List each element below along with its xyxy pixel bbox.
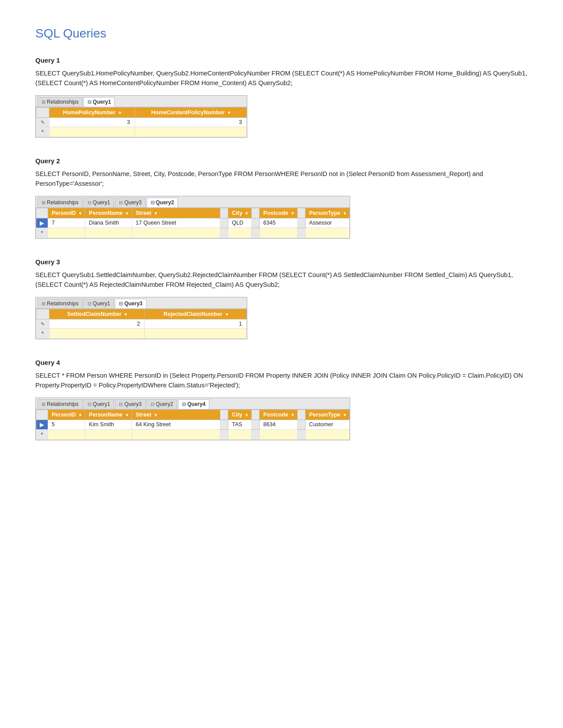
tab-query2-q4[interactable]: ⊟ Query2 xyxy=(147,399,177,409)
query4-grid: PersonID ▾ PersonName ▾ Street ▾ City ▾ … xyxy=(36,409,350,440)
cell-city-q4: TAS xyxy=(228,420,252,429)
tab-query1-q4[interactable]: ⊟ Query1 xyxy=(83,399,114,409)
tab-rel-label-q2: Relationships xyxy=(47,199,79,206)
cell-personname-q2: Diana Smith xyxy=(85,218,132,228)
query4-table: PersonID ▾ PersonName ▾ Street ▾ City ▾ … xyxy=(36,409,350,440)
tab-rel-label-q3: Relationships xyxy=(47,300,79,307)
table-row: ✎ 3 3 xyxy=(36,117,247,127)
col-personid-q4: PersonID ▾ xyxy=(48,409,85,420)
tab-q3-label-q2: Query3 xyxy=(124,199,141,206)
new-cell-q4-3[interactable] xyxy=(132,429,220,439)
query3-sql: SELECT QuerySub1.SettledClaimNumber, Que… xyxy=(35,270,528,290)
new-cell-q4-2[interactable] xyxy=(85,429,132,439)
query-icon-q1: ⊟ xyxy=(87,99,91,105)
query3-title: Query 3 xyxy=(35,258,528,266)
new-row-star-q3: * xyxy=(36,328,49,338)
table-row: ▶ 5 Kim Smith 64 King Street TAS 8634 Cu… xyxy=(36,420,350,429)
query4-widget: ⊞ Relationships ⊟ Query1 ⊟ Query3 ⊟ Quer… xyxy=(35,398,350,440)
page-title: SQL Queries xyxy=(35,26,528,41)
col-personname-q4: PersonName ▾ xyxy=(85,409,132,420)
tab-query3-q4[interactable]: ⊟ Query3 xyxy=(115,399,145,409)
relationships-icon-q3: ⊞ xyxy=(42,301,45,307)
tab-query1-q2[interactable]: ⊟ Query1 xyxy=(83,198,114,207)
new-row-star-q2: * xyxy=(36,228,48,238)
tab-query4-q4[interactable]: ⊟ Query4 xyxy=(178,399,209,409)
col-city-q2: City ▾ xyxy=(228,208,252,218)
new-cell-q3-2[interactable] xyxy=(145,328,247,338)
query4-tabbar: ⊞ Relationships ⊟ Query1 ⊟ Query3 ⊟ Quer… xyxy=(36,398,350,409)
tab-query3-q2[interactable]: ⊟ Query3 xyxy=(115,198,145,207)
query4-title: Query 4 xyxy=(35,359,528,366)
query2-table: PersonID ▾ PersonName ▾ Street ▾ City ▾ … xyxy=(36,208,350,238)
col-postcode-q2: Postcode ▾ xyxy=(260,208,298,218)
new-cell-q4-6[interactable] xyxy=(306,429,350,439)
table-new-row-q4: * xyxy=(36,429,350,439)
cell-home-policy: 3 xyxy=(49,117,135,127)
table-new-row-q2: * xyxy=(36,228,350,238)
query1-widget: ⊞ Relationships ⊟ Query1 HomePolicyNumbe… xyxy=(35,95,247,138)
new-row-star: * xyxy=(36,127,49,137)
tab-q2-label-q2: Query2 xyxy=(156,199,174,206)
query1-title: Query 1 xyxy=(35,56,528,64)
tab-query1-q3[interactable]: ⊟ Query1 xyxy=(83,299,114,308)
col-street-q4: Street ▾ xyxy=(132,409,220,420)
query2-grid: PersonID ▾ PersonName ▾ Street ▾ City ▾ … xyxy=(36,208,350,238)
new-cell-1[interactable] xyxy=(49,127,135,137)
tab-query1-label-q1: Query1 xyxy=(93,99,111,105)
query-icon-q3a: ⊟ xyxy=(87,301,91,307)
relationships-icon-q2: ⊞ xyxy=(42,200,45,206)
query3-section: Query 3 SELECT QuerySub1.SettledClaimNum… xyxy=(35,258,528,343)
new-cell-q4-4[interactable] xyxy=(228,429,252,439)
query-icon-q3b: ⊟ xyxy=(119,301,123,307)
query4-sql: SELECT * FROM Person WHERE PersonID in (… xyxy=(35,371,528,390)
new-cell-q2-2[interactable] xyxy=(85,228,132,238)
table-row: ▶ 7 Diana Smith 17 Queen Street QLD 6345… xyxy=(36,218,350,228)
row-selector-q2: ▶ xyxy=(36,218,48,228)
query-icon-q2a: ⊟ xyxy=(87,200,91,206)
tab-query1-q1[interactable]: ⊟ Query1 xyxy=(83,97,115,107)
col-city-q4: City ▾ xyxy=(228,409,252,420)
new-cell-q2-1[interactable] xyxy=(48,228,85,238)
new-cell-q2-6[interactable] xyxy=(306,228,350,238)
tab-rel-label-q4: Relationships xyxy=(47,401,79,407)
query1-table: HomePolicyNumber ▾ HomeContentPolicyNumb… xyxy=(36,107,247,137)
tab-query2-q2[interactable]: ⊟ Query2 xyxy=(147,198,178,207)
new-cell-2[interactable] xyxy=(135,127,247,137)
query4-section: Query 4 SELECT * FROM Person WHERE Perso… xyxy=(35,359,528,444)
tab-query3-q3[interactable]: ⊟ Query3 xyxy=(115,299,146,308)
query2-section: Query 2 SELECT PersonID, PersonName, Str… xyxy=(35,157,528,242)
col-rejected-q3: RejectedClaimNumber ▾ xyxy=(145,309,247,319)
col-persontype-q2: PersonType ▾ xyxy=(306,208,350,218)
query2-sql: SELECT PersonID, PersonName, Street, Cit… xyxy=(35,169,528,189)
col-home-policy: HomePolicyNumber ▾ xyxy=(49,107,135,117)
tab-q3-label-q4: Query3 xyxy=(124,401,141,407)
new-cell-q2-3[interactable] xyxy=(132,228,220,238)
col-postcode-q4: Postcode ▾ xyxy=(260,409,298,420)
cell-street-q4: 64 King Street xyxy=(132,420,220,429)
cell-personid-q2: 7 xyxy=(48,218,85,228)
cell-rejected-q3: 1 xyxy=(145,319,247,328)
tab-relationships-q2[interactable]: ⊞ Relationships xyxy=(38,198,83,207)
new-cell-q4-1[interactable] xyxy=(48,429,85,439)
new-cell-q3-1[interactable] xyxy=(49,328,145,338)
tab-q3-label-q3: Query3 xyxy=(124,300,142,307)
tab-relationships-q4[interactable]: ⊞ Relationships xyxy=(38,399,83,409)
query3-tabbar: ⊞ Relationships ⊟ Query1 ⊟ Query3 xyxy=(36,297,247,309)
query-icon-q4d: ⊟ xyxy=(182,402,186,407)
query2-widget: ⊞ Relationships ⊟ Query1 ⊟ Query3 ⊟ Quer… xyxy=(35,196,350,239)
cell-home-content-policy: 3 xyxy=(135,117,247,127)
new-cell-q2-4[interactable] xyxy=(228,228,252,238)
col-personname-q2: PersonName ▾ xyxy=(85,208,132,218)
tab-relationships-q3[interactable]: ⊞ Relationships xyxy=(38,299,83,308)
query1-grid: HomePolicyNumber ▾ HomeContentPolicyNumb… xyxy=(36,107,247,137)
query3-widget: ⊞ Relationships ⊟ Query1 ⊟ Query3 Settle… xyxy=(35,297,247,339)
cell-personid-q4: 5 xyxy=(48,420,85,429)
query1-tabbar: ⊞ Relationships ⊟ Query1 xyxy=(36,96,247,107)
new-cell-q4-5[interactable] xyxy=(260,429,298,439)
tab-q4-label-q4: Query4 xyxy=(187,401,205,407)
tab-relationships-q1[interactable]: ⊞ Relationships xyxy=(38,97,83,107)
query-icon-q2c: ⊟ xyxy=(151,200,155,206)
new-cell-q2-5[interactable] xyxy=(260,228,298,238)
cell-persontype-q2: Assessor xyxy=(306,218,350,228)
query1-sql: SELECT QuerySub1.HomePolicyNumber, Query… xyxy=(35,68,528,88)
